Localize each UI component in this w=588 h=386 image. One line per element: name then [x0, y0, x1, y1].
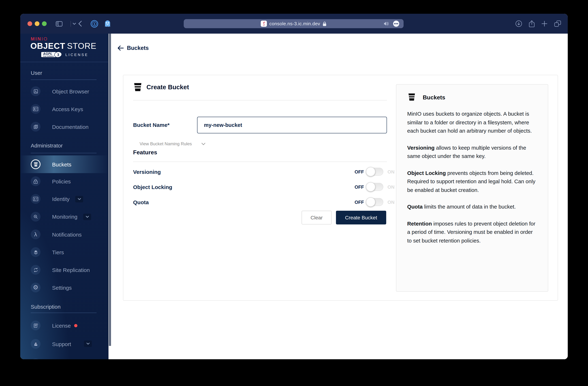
sidebar: MINIO OBJECTSTORE AGPLFree Software 3 LI…	[20, 34, 108, 359]
downloads-icon[interactable]	[515, 20, 522, 27]
sidebar-item-access-keys[interactable]: Access Keys	[20, 100, 108, 118]
main-content: Buckets Create Bucket	[111, 34, 568, 359]
lock-icon	[31, 176, 41, 186]
sidebar-item-monitoring[interactable]: Monitoring	[20, 208, 108, 225]
buckets-info-panel: Buckets MinIO uses buckets to organize o…	[396, 84, 548, 292]
tab-overview-icon[interactable]	[554, 20, 561, 27]
naming-rules-toggle[interactable]: View Bucket Naming Rules	[140, 141, 205, 146]
page-settings-more-icon[interactable]	[393, 20, 399, 27]
info-panel-title: Buckets	[423, 94, 445, 101]
back-arrow-icon	[118, 45, 124, 50]
quota-row: Quota OFF ON	[133, 194, 395, 210]
quota-label: Quota	[133, 199, 149, 205]
divider	[20, 62, 108, 62]
object-browser-icon	[31, 86, 41, 96]
license-document-icon	[31, 321, 41, 330]
license-badge: AGPLFree Software 3 LICENSE	[41, 52, 88, 58]
new-tab-icon[interactable]	[541, 20, 547, 27]
sidebar-scrollbar	[108, 34, 111, 359]
section-label-user: User	[31, 70, 42, 76]
minio-brand-logo: MINIO	[31, 36, 48, 41]
features-heading: Features	[133, 149, 157, 156]
section-label-administrator: Administrator	[31, 142, 63, 148]
page-title: Buckets	[127, 45, 149, 51]
info-paragraph: Object Locking prevents objects from bei…	[407, 169, 538, 194]
divider	[133, 162, 387, 162]
support-headset-icon	[31, 339, 41, 349]
info-paragraph: MinIO uses buckets to organize objects. …	[407, 110, 538, 135]
info-paragraph: Versioning allows to keep multiple versi…	[407, 144, 538, 161]
sidebar-item-buckets[interactable]: Buckets	[20, 155, 108, 173]
object-locking-label: Object Locking	[133, 184, 172, 190]
share-icon[interactable]	[529, 20, 535, 27]
sidebar-item-documentation[interactable]: Documentation	[20, 118, 108, 136]
sidebar-toggle-icon[interactable]	[56, 14, 63, 34]
svg-text:1: 1	[93, 22, 95, 26]
sidebar-item-settings[interactable]: ⚙ Settings	[20, 279, 108, 296]
back-icon[interactable]	[78, 14, 82, 34]
sidebar-item-site-replication[interactable]: Site Replication	[20, 261, 108, 279]
on-label: ON	[387, 184, 395, 190]
quota-toggle[interactable]	[366, 198, 383, 206]
toggle-knob	[366, 182, 375, 192]
on-label: ON	[387, 169, 395, 174]
form-title: Create Bucket	[147, 83, 189, 91]
chevron-down-icon	[201, 142, 205, 145]
audio-speaker-icon[interactable]	[384, 21, 389, 26]
onepassword-extension-icon[interactable]: 1	[90, 14, 98, 34]
sidebar-item-support[interactable]: Support	[20, 335, 108, 353]
info-paragraph: Quota limits the amount of data in the b…	[407, 203, 538, 211]
create-bucket-button[interactable]: Create Bucket	[336, 211, 386, 224]
partial-item-icon	[31, 359, 41, 359]
section-label-subscription: Subscription	[31, 304, 61, 310]
sidebar-item-partial[interactable]	[20, 355, 108, 359]
sidebar-item-policies[interactable]: Policies	[20, 172, 108, 190]
lambda-icon: λ	[31, 229, 41, 239]
sidebar-item-notifications[interactable]: λ Notifications	[20, 225, 108, 243]
off-label: OFF	[355, 184, 364, 190]
toolbar-separator	[70, 21, 71, 27]
page-header: Buckets	[111, 34, 568, 62]
versioning-toggle[interactable]	[366, 168, 383, 176]
minimize-window-button[interactable]	[35, 21, 40, 26]
create-bucket-card: Create Bucket Bucket Name* View Bucket N…	[123, 75, 558, 301]
sidebar-item-license[interactable]: License	[20, 317, 108, 334]
sidebar-item-object-browser[interactable]: Object Browser	[20, 82, 108, 100]
divider	[133, 100, 387, 101]
object-locking-toggle[interactable]	[366, 183, 383, 191]
gear-icon: ⚙	[31, 283, 41, 292]
desktop: 1 console.ns-3.ic.min.de	[0, 0, 588, 386]
url-text: console.ns-3.ic.min.dev	[269, 21, 320, 26]
monitoring-expand-chevron-icon[interactable]	[83, 213, 91, 220]
info-panel-text: MinIO uses buckets to organize objects. …	[407, 110, 538, 253]
monitoring-icon	[31, 212, 41, 222]
bucket-icon	[31, 159, 41, 169]
address-bar[interactable]: console.ns-3.ic.min.dev	[184, 19, 404, 28]
back-to-buckets-link[interactable]: Buckets	[118, 34, 149, 62]
replication-sync-icon	[31, 265, 41, 275]
license-alert-dot	[74, 324, 77, 327]
versioning-label: Versioning	[133, 169, 161, 175]
divider	[31, 153, 97, 153]
versioning-row: Versioning OFF ON	[133, 164, 395, 179]
ghostery-extension-icon[interactable]	[104, 14, 111, 34]
page-body: Create Bucket Bucket Name* View Bucket N…	[111, 62, 568, 359]
close-window-button[interactable]	[27, 21, 32, 26]
sidebar-item-identity[interactable]: Identity	[20, 190, 108, 208]
info-paragraph: Retention imposes rules to prevent objec…	[407, 220, 538, 245]
support-expand-chevron-icon[interactable]	[84, 341, 92, 347]
identity-expand-chevron-icon[interactable]	[75, 196, 83, 202]
on-label: ON	[387, 199, 395, 205]
bucket-name-label: Bucket Name*	[133, 122, 169, 128]
off-label: OFF	[355, 169, 364, 174]
bucket-name-input[interactable]	[197, 117, 387, 133]
zoom-window-button[interactable]	[42, 21, 47, 26]
sidebar-scrollbar-thumb[interactable]	[109, 34, 111, 346]
identity-badge-icon	[31, 194, 41, 204]
sidebar-item-tiers[interactable]: Tiers	[20, 243, 108, 261]
sidebar-menu-chevron-icon[interactable]	[73, 14, 76, 34]
divider	[31, 80, 97, 80]
bucket-icon	[133, 82, 143, 92]
clear-button[interactable]: Clear	[302, 211, 332, 224]
object-locking-row: Object Locking OFF ON	[133, 179, 395, 194]
